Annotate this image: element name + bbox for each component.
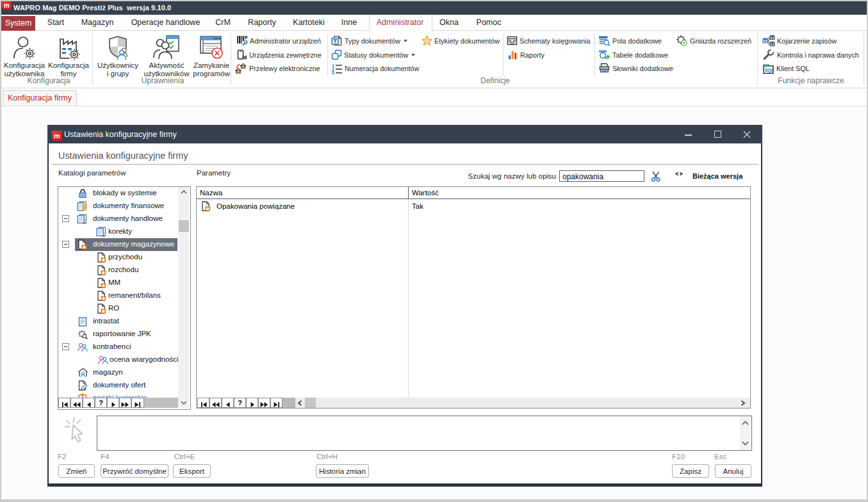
svg-text:SQL: SQL	[764, 67, 774, 72]
svg-text:3: 3	[332, 70, 334, 74]
